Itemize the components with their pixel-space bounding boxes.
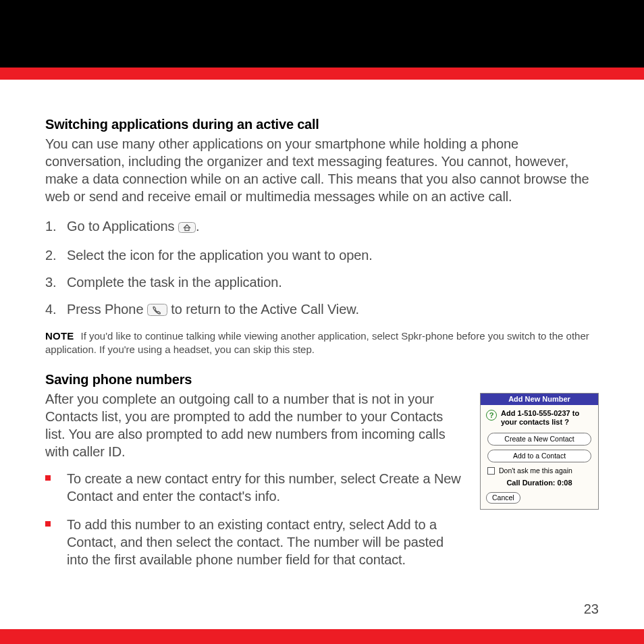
checkbox-icon[interactable]: [487, 467, 495, 475]
step-4-text-b: to return to the Active Call View.: [167, 302, 359, 317]
step-4-text-a: Press Phone: [67, 302, 147, 317]
dont-ask-checkbox-row[interactable]: Don't ask me this again: [487, 466, 591, 475]
intro-saving-numbers: After you complete an outgoing call to a…: [45, 390, 461, 460]
heading-saving-numbers: Saving phone numbers: [45, 372, 599, 387]
phone-icon: [147, 302, 167, 320]
note-label: NOTE: [45, 330, 74, 342]
step-3: Complete the task in the application.: [45, 273, 599, 291]
footer-red-bar: [0, 629, 644, 644]
step-2: Select the icon for the application you …: [45, 246, 599, 264]
header-red-bar: [0, 68, 644, 80]
header-black-bar: [0, 0, 644, 68]
page-number: 23: [584, 601, 599, 617]
note-block: NOTEIf you'd like to continue talking wh…: [45, 329, 599, 357]
bullet-list: To create a new contact entry for this n…: [45, 470, 461, 568]
step-1-text-b: .: [196, 219, 199, 234]
dialog-add-new-number: Add New Number ? Add 1-510-555-0237 to y…: [480, 393, 599, 510]
dialog-title: Add New Number: [481, 394, 598, 405]
cancel-button[interactable]: Cancel: [486, 492, 520, 504]
help-icon: ?: [486, 410, 497, 421]
dont-ask-label: Don't ask me this again: [499, 466, 572, 475]
add-to-contact-button[interactable]: Add to a Contact: [487, 450, 591, 462]
bullet-add-contact: To add this number to an existing contac…: [45, 516, 461, 568]
dialog-prompt: Add 1-510-555-0237 to your contacts list…: [501, 409, 593, 428]
create-new-contact-button[interactable]: Create a New Contact: [487, 433, 591, 446]
step-4: Press Phone to return to the Active Call…: [45, 300, 599, 320]
svg-rect-2: [147, 304, 167, 316]
steps-list: Go to Applications . Select the icon for…: [45, 217, 599, 320]
page-content: Switching applications during an active …: [0, 80, 644, 629]
note-text: If you'd like to continue talking while …: [45, 330, 589, 355]
call-duration: Call Duration: 0:08: [486, 479, 593, 487]
bullet-create-contact: To create a new contact entry for this n…: [45, 470, 461, 505]
intro-switching-apps: You can use many other applications on y…: [45, 135, 599, 205]
step-1: Go to Applications .: [45, 217, 599, 237]
heading-switching-apps: Switching applications during an active …: [45, 117, 599, 132]
home-icon: [178, 219, 196, 237]
screenshot-add-number: Add New Number ? Add 1-510-555-0237 to y…: [480, 393, 599, 510]
step-1-text-a: Go to Applications: [67, 219, 178, 234]
